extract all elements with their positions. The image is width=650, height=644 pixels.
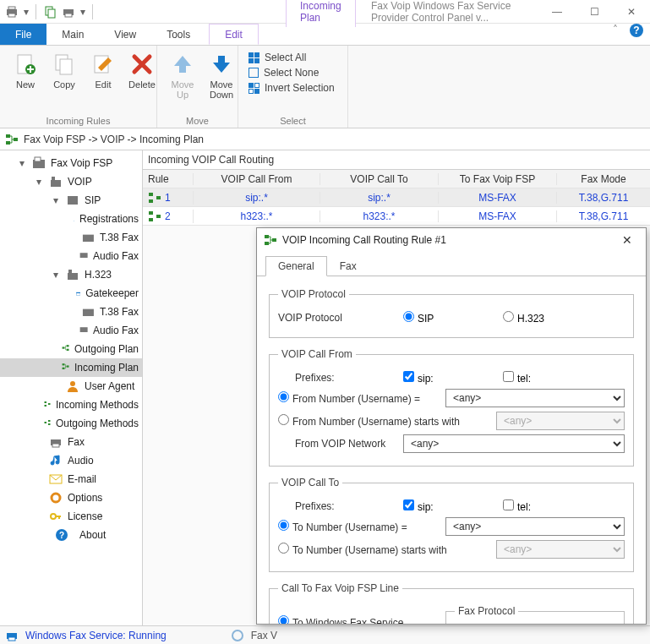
rule-dialog[interactable]: VOIP Incoming Call Routing Rule #1 ✕ Gen… — [256, 227, 647, 625]
radio-to-wfs[interactable]: To Windows Fax Service — [278, 615, 403, 624]
radio-h323[interactable]: H.323 — [503, 311, 544, 325]
tree-registrations[interactable]: Registrations — [0, 210, 142, 228]
tree-sip-t38[interactable]: T.38 Fax — [0, 228, 142, 247]
tree-options[interactable]: Options — [0, 488, 142, 507]
move-up-button[interactable]: Move Up — [164, 49, 201, 101]
tab-file[interactable]: File — [0, 24, 46, 45]
tab-view[interactable]: View — [99, 24, 151, 45]
col-fsp[interactable]: To Fax Voip FSP — [439, 173, 557, 185]
nav-tree[interactable]: ▾Fax Voip FSP ▾VOIP ▾SIP Registrations T… — [0, 150, 143, 625]
help-icon[interactable]: ? — [630, 24, 643, 37]
col-to[interactable]: VOIP Call To — [320, 173, 439, 185]
radio-from-eq[interactable]: From Number (Username) = — [278, 391, 420, 405]
group-call-to: VOIP Call To Prefixes: sip: tel: To Numb… — [269, 477, 634, 572]
printer-icon[interactable] — [5, 5, 19, 19]
maximize-button[interactable]: ☐ — [576, 0, 613, 24]
svg-rect-16 — [35, 157, 41, 161]
status-bar: Windows Fax Service: Running Fax V — [0, 625, 650, 644]
svg-rect-50 — [149, 193, 153, 196]
tree-h323-t38[interactable]: T.38 Fax — [0, 303, 142, 321]
to-eq-combo[interactable]: <any> — [445, 517, 625, 536]
fax-small3-icon — [82, 305, 95, 319]
tree-sip[interactable]: ▾SIP — [0, 191, 142, 210]
svg-rect-51 — [149, 199, 153, 203]
tree-license[interactable]: License — [0, 507, 142, 526]
col-from[interactable]: VOIP Call From — [194, 173, 320, 185]
copy-small-icon[interactable] — [43, 5, 57, 19]
route-in2-icon — [44, 398, 51, 412]
ribbon-collapse-icon[interactable]: ˄ — [608, 24, 623, 45]
col-rule[interactable]: Rule — [143, 173, 194, 185]
route-out2-icon — [44, 417, 51, 430]
from-eq-combo[interactable]: <any> — [445, 389, 625, 407]
select-none-button[interactable]: Select None — [245, 66, 338, 79]
tree-email[interactable]: E-mail — [0, 470, 142, 488]
mail-icon — [49, 472, 63, 486]
svg-rect-42 — [48, 423, 50, 425]
svg-rect-19 — [68, 196, 78, 205]
svg-point-36 — [70, 381, 75, 386]
svg-rect-58 — [272, 238, 276, 242]
table-row[interactable]: 1 sip:.* sip:.* MS-FAX T.38,G.711 — [143, 188, 650, 207]
from-network-combo[interactable]: <any> — [403, 434, 625, 453]
tab-main[interactable]: Main — [46, 24, 99, 45]
tree-fax[interactable]: Fax — [0, 433, 142, 451]
col-mode[interactable]: Fax Mode — [557, 173, 650, 185]
invert-selection-button[interactable]: Invert Selection — [245, 81, 338, 95]
svg-rect-13 — [6, 141, 10, 145]
minimize-button[interactable]: — — [538, 0, 576, 24]
tree-voip[interactable]: ▾VOIP — [0, 172, 142, 191]
svg-rect-12 — [6, 134, 10, 138]
close-button[interactable]: ✕ — [613, 0, 650, 24]
svg-rect-10 — [60, 59, 72, 74]
qat-caret-icon[interactable]: ▾ — [24, 6, 29, 18]
to-starts-combo[interactable]: <any> — [496, 540, 625, 559]
print-small-icon[interactable] — [62, 5, 75, 19]
check-from-sip[interactable]: sip: — [403, 371, 496, 385]
printer2-icon — [49, 435, 63, 449]
tab-tools[interactable]: Tools — [151, 24, 205, 45]
to-prefixes-label: Prefixes: — [278, 500, 396, 512]
svg-rect-39 — [44, 405, 46, 407]
qat-caret2-icon[interactable]: ▾ — [80, 6, 85, 18]
tree-incoming-methods[interactable]: Incoming Methods — [0, 396, 142, 414]
svg-rect-29 — [79, 327, 87, 332]
tree-gatekeeper[interactable]: Gatekeeper — [0, 284, 142, 303]
check-to-tel[interactable]: tel: — [503, 499, 531, 513]
key-icon — [49, 510, 63, 523]
protocol-label: VOIP Protocol — [278, 312, 396, 324]
group-protocol: VOIP Protocol VOIP Protocol SIP H.323 — [269, 288, 634, 338]
tree-incoming-plan[interactable]: Incoming Plan — [0, 358, 142, 377]
tab-edit[interactable]: Edit — [209, 24, 259, 45]
svg-rect-40 — [44, 422, 46, 423]
check-to-sip[interactable]: sip: — [403, 499, 496, 513]
radio-from-starts[interactable]: From Number (Username) starts with — [278, 414, 460, 428]
radio-to-starts[interactable]: To Number (Username) starts with — [278, 543, 447, 556]
tree-h323[interactable]: ▾H.323 — [0, 265, 142, 284]
svg-rect-56 — [8, 637, 15, 641]
tree-h323-audio[interactable]: Audio Fax — [0, 321, 142, 340]
tree-audio[interactable]: Audio — [0, 451, 142, 470]
phone2-icon — [66, 268, 79, 281]
tree-outgoing-plan[interactable]: Outgoing Plan — [0, 340, 142, 358]
check-from-tel[interactable]: tel: — [503, 371, 531, 385]
status-wfs: Windows Fax Service: Running — [25, 630, 167, 641]
tree-sip-audio[interactable]: Audio Fax — [0, 247, 142, 265]
from-starts-combo[interactable]: <any> — [496, 412, 625, 430]
tree-outgoing-methods[interactable]: Outgoing Methods — [0, 414, 142, 433]
fax-small4-icon — [79, 324, 88, 337]
tree-user-agent[interactable]: User Agent — [0, 377, 142, 396]
select-all-button[interactable]: Select All — [245, 51, 338, 64]
tree-root[interactable]: ▾Fax Voip FSP — [0, 154, 142, 172]
dialog-close-button[interactable]: ✕ — [615, 233, 639, 247]
group-call-from: VOIP Call From Prefixes: sip: tel: From … — [269, 348, 634, 467]
routing-grid[interactable]: Rule VOIP Call From VOIP Call To To Fax … — [143, 169, 650, 226]
dialog-tab-general[interactable]: General — [265, 256, 327, 276]
svg-rect-59 — [265, 235, 269, 238]
dialog-tab-fax[interactable]: Fax — [327, 256, 369, 276]
radio-sip[interactable]: SIP — [403, 311, 496, 325]
radio-to-eq[interactable]: To Number (Username) = — [278, 520, 407, 533]
table-row[interactable]: 2 h323:.* h323:.* MS-FAX T.38,G.711 — [143, 207, 650, 226]
dialog-route-icon — [264, 233, 277, 247]
tree-about[interactable]: ?About — [0, 526, 142, 544]
